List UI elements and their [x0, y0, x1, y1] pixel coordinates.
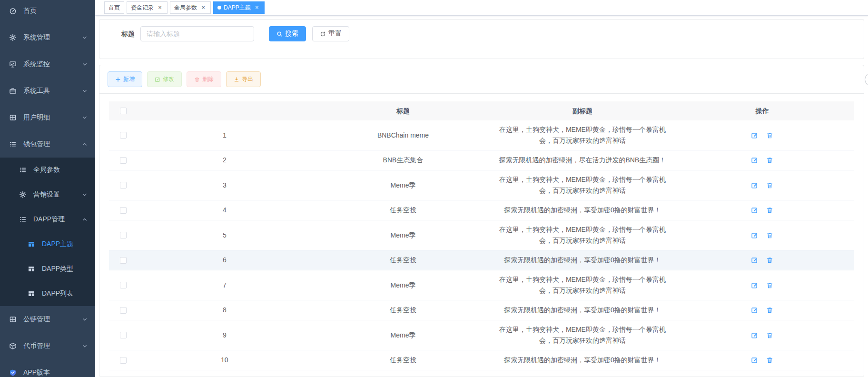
grid-icon	[9, 114, 17, 121]
table-row: 8任务空投探索无限机遇的加密绿洲，享受加密0撸的财富世界！	[109, 300, 854, 320]
delete-row-button[interactable]	[766, 332, 773, 339]
tab-全局参数[interactable]: 全局参数×	[170, 1, 211, 14]
header-title: 标题	[312, 106, 494, 117]
delete-row-button[interactable]	[766, 257, 773, 264]
tab-label: 全局参数	[174, 4, 197, 12]
sidebar-item-用户明细[interactable]: 用户明细	[0, 104, 95, 131]
sidebar-item-label: DAPP类型	[42, 265, 73, 273]
row-subtitle: 在这里，土狗变神犬，MEME即黄金，珍惜每一个暴富机会，百万玩家狂欢的造富神话	[498, 274, 667, 296]
edit-row-button[interactable]	[751, 257, 758, 264]
edit-button[interactable]: 修改	[147, 71, 182, 87]
title-search-input[interactable]	[140, 26, 254, 41]
main-area: 首页资金记录×全局参数×DAPP主题× 标题 搜索 重置	[95, 0, 868, 377]
tab-首页[interactable]: 首页	[104, 1, 124, 14]
chevron-down-icon	[82, 343, 88, 349]
sidebar-item-label: 代币管理	[23, 342, 50, 350]
toolbar-circle-button[interactable]	[865, 72, 868, 87]
add-button-label: 新增	[123, 75, 135, 83]
search-button[interactable]: 搜索	[269, 26, 306, 41]
edit-row-button[interactable]	[751, 282, 758, 289]
row-checkbox[interactable]	[120, 232, 127, 238]
table-body: 1BNBChain meme在这里，土狗变神犬，MEME即黄金，珍惜每一个暴富机…	[109, 120, 854, 370]
chevron-up-icon	[82, 141, 88, 147]
sidebar-item-DAPP主题[interactable]: DAPP主题	[0, 232, 95, 257]
chevron-down-icon	[82, 88, 88, 94]
sidebar-item-系统监控[interactable]: 系统监控	[0, 51, 95, 78]
select-all-checkbox[interactable]	[120, 108, 127, 114]
row-checkbox[interactable]	[120, 182, 127, 188]
row-title: BNB生态集合	[312, 155, 494, 166]
delete-row-button[interactable]	[766, 357, 773, 364]
row-title: BNBChain meme	[312, 130, 494, 141]
row-id: 10	[138, 355, 312, 366]
tab-DAPP主题[interactable]: DAPP主题×	[213, 1, 265, 14]
edit-row-button[interactable]	[751, 357, 758, 364]
delete-row-button[interactable]	[766, 207, 773, 214]
edit-row-button[interactable]	[751, 182, 758, 189]
row-id: 6	[138, 255, 312, 266]
sidebar-item-系统工具[interactable]: 系统工具	[0, 78, 95, 104]
delete-row-button[interactable]	[766, 307, 773, 314]
row-id: 5	[138, 230, 312, 241]
row-checkbox[interactable]	[120, 257, 127, 264]
reset-button[interactable]: 重置	[312, 26, 349, 41]
delete-row-button[interactable]	[766, 182, 773, 189]
edit-row-button[interactable]	[751, 232, 758, 239]
table-card: 新增 修改 删除	[99, 65, 864, 377]
row-title: Meme季	[312, 230, 494, 241]
edit-row-button[interactable]	[751, 307, 758, 314]
row-checkbox[interactable]	[120, 307, 127, 314]
edit-row-button[interactable]	[751, 157, 758, 164]
sidebar-item-公链管理[interactable]: 公链管理	[0, 306, 95, 333]
sidebar-item-全局参数[interactable]: 全局参数	[0, 158, 95, 182]
sidebar-item-系统管理[interactable]: 系统管理	[0, 24, 95, 51]
sidebar-item-代币管理[interactable]: 代币管理	[0, 333, 95, 359]
tab-资金记录[interactable]: 资金记录×	[127, 1, 168, 14]
close-tab-icon[interactable]: ×	[200, 4, 207, 11]
row-id: 8	[138, 305, 312, 316]
add-button[interactable]: 新增	[108, 71, 142, 87]
row-checkbox[interactable]	[120, 132, 127, 139]
delete-row-button[interactable]	[766, 282, 773, 289]
close-tab-icon[interactable]: ×	[157, 4, 163, 11]
edit-icon	[155, 77, 163, 82]
delete-button[interactable]: 删除	[187, 71, 221, 87]
tab-label: 首页	[108, 4, 120, 12]
sidebar-item-首页[interactable]: 首页	[0, 0, 95, 24]
row-checkbox[interactable]	[120, 282, 127, 288]
edit-row-button[interactable]	[751, 332, 758, 339]
table-row: 6任务空投探索无限机遇的加密绿洲，享受加密0撸的财富世界！	[109, 250, 854, 270]
reset-button-label: 重置	[328, 30, 342, 38]
table-icon	[28, 265, 35, 273]
row-checkbox[interactable]	[120, 207, 127, 214]
sidebar-item-APP版本[interactable]: APP版本	[0, 359, 95, 377]
row-checkbox[interactable]	[120, 157, 127, 164]
export-button[interactable]: 导出	[226, 71, 261, 87]
tags-view-bar: 首页资金记录×全局参数×DAPP主题×	[95, 0, 868, 16]
row-subtitle: 在这里，土狗变神犬，MEME即黄金，珍惜每一个暴富机会，百万玩家狂欢的造富神话	[498, 174, 667, 196]
delete-row-button[interactable]	[766, 132, 773, 139]
gear-icon	[9, 34, 17, 41]
table-icon	[28, 290, 35, 298]
header-actions: 操作	[671, 106, 854, 117]
sidebar-item-DAPP列表[interactable]: DAPP列表	[0, 281, 95, 306]
delete-row-button[interactable]	[766, 157, 773, 164]
sidebar-item-DAPP管理[interactable]: DAPP管理	[0, 207, 95, 232]
edit-row-button[interactable]	[751, 207, 758, 214]
sidebar-item-营销设置[interactable]: 营销设置	[0, 182, 95, 207]
sidebar-item-DAPP类型[interactable]: DAPP类型	[0, 257, 95, 281]
row-checkbox[interactable]	[120, 332, 127, 338]
row-title: 任务空投	[312, 255, 494, 266]
sidebar-item-钱包管理[interactable]: 钱包管理	[0, 131, 95, 158]
close-tab-icon[interactable]: ×	[254, 4, 260, 11]
table-toolbar: 新增 修改 删除	[99, 65, 864, 94]
search-button-label: 搜索	[285, 30, 298, 38]
sidebar-item-label: 全局参数	[33, 166, 60, 174]
edit-row-button[interactable]	[751, 132, 758, 139]
sidebar-item-label: 钱包管理	[23, 140, 50, 149]
table-row: 7Meme季在这里，土狗变神犬，MEME即黄金，珍惜每一个暴富机会，百万玩家狂欢…	[109, 270, 854, 300]
delete-row-button[interactable]	[766, 232, 773, 239]
sidebar-item-label: DAPP主题	[42, 240, 73, 248]
sidebar-menu: 首页系统管理系统监控系统工具用户明细钱包管理全局参数营销设置DAPP管理DAPP…	[0, 0, 95, 377]
row-checkbox[interactable]	[120, 357, 127, 364]
